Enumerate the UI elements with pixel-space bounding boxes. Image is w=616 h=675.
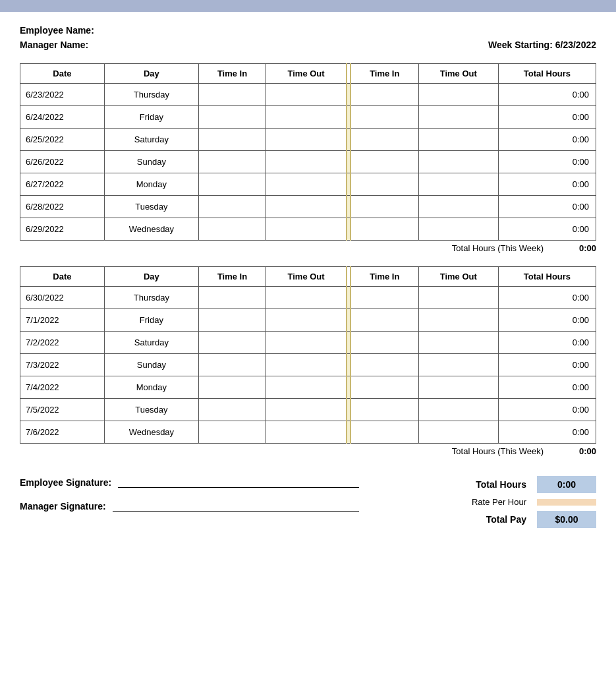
week1-timein1-1[interactable]: [198, 106, 266, 129]
week1-timein1-3[interactable]: [198, 151, 266, 173]
week1-timeout2-5[interactable]: [418, 196, 498, 218]
week1-timeout2-6[interactable]: [418, 218, 498, 241]
week1-timein2-6[interactable]: [350, 218, 418, 241]
week2-date-3: 7/3/2022: [20, 354, 105, 376]
week2-col-timein1: Time In: [198, 267, 266, 287]
manager-signature-line[interactable]: [113, 500, 359, 512]
week2-timeout2-4[interactable]: [418, 376, 498, 399]
week2-table: Date Day Time In Time Out Time In Time O…: [20, 266, 596, 444]
week1-timein2-5[interactable]: [350, 196, 418, 218]
week1-timeout1-1[interactable]: [266, 106, 347, 129]
week2-timeout1-2[interactable]: [266, 332, 347, 354]
week1-timein2-0[interactable]: [350, 84, 418, 106]
week2-timein2-1[interactable]: [350, 309, 418, 332]
week2-col-totalhours: Total Hours: [498, 267, 596, 287]
week2-timeout2-1[interactable]: [418, 309, 498, 332]
week1-timein1-2[interactable]: [198, 129, 266, 151]
week1-timeout1-3[interactable]: [266, 151, 347, 173]
week1-timeout2-0[interactable]: [418, 84, 498, 106]
top-bar: [0, 0, 616, 12]
week1-totalhours-4: 0:00: [498, 173, 596, 196]
week1-timeout1-0[interactable]: [266, 84, 347, 106]
week2-timeout1-5[interactable]: [266, 399, 347, 421]
week2-timein2-3[interactable]: [350, 354, 418, 376]
week2-row-5: 7/5/2022 Tuesday 0:00: [20, 399, 596, 421]
week2-timein1-1[interactable]: [198, 309, 266, 332]
week2-timeout1-6[interactable]: [266, 421, 347, 444]
week2-timeout2-3[interactable]: [418, 354, 498, 376]
week2-timeout1-3[interactable]: [266, 354, 347, 376]
week1-date-0: 6/23/2022: [20, 84, 105, 106]
week2-date-1: 7/1/2022: [20, 309, 105, 332]
week2-timein2-4[interactable]: [350, 376, 418, 399]
week2-timeout1-1[interactable]: [266, 309, 347, 332]
week1-total-row: Total Hours (This Week) 0:00: [20, 243, 596, 253]
week1-totalhours-0: 0:00: [498, 84, 596, 106]
week2-timein1-3[interactable]: [198, 354, 266, 376]
header-info: Employee Name: Manager Name: Week Starti…: [20, 25, 596, 50]
week-starting: Week Starting: 6/23/2022: [488, 40, 596, 50]
week1-timeout1-5[interactable]: [266, 196, 347, 218]
page-content: Employee Name: Manager Name: Week Starti…: [0, 12, 616, 552]
employee-signature-line[interactable]: [118, 476, 359, 488]
rate-per-hour-value[interactable]: [537, 499, 596, 506]
week1-timeout2-3[interactable]: [418, 151, 498, 173]
week1-timein2-1[interactable]: [350, 106, 418, 129]
week1-timein2-3[interactable]: [350, 151, 418, 173]
week1-day-6: Wednesday: [104, 218, 198, 241]
employee-signature-row: Employee Signature:: [20, 476, 359, 488]
week2-timeout1-0[interactable]: [266, 287, 347, 309]
week2-timein2-2[interactable]: [350, 332, 418, 354]
week2-date-4: 7/4/2022: [20, 376, 105, 399]
rate-per-hour-row: Rate Per Hour: [385, 497, 596, 507]
week1-timeout1-4[interactable]: [266, 173, 347, 196]
week2-timeout2-2[interactable]: [418, 332, 498, 354]
week1-timein1-6[interactable]: [198, 218, 266, 241]
week1-timein1-5[interactable]: [198, 196, 266, 218]
week2-timeout1-4[interactable]: [266, 376, 347, 399]
week2-timein1-5[interactable]: [198, 399, 266, 421]
week1-timeout2-1[interactable]: [418, 106, 498, 129]
week2-totalhours-4: 0:00: [498, 376, 596, 399]
week2-timein2-5[interactable]: [350, 399, 418, 421]
week2-timeout2-6[interactable]: [418, 421, 498, 444]
week2-timeout2-0[interactable]: [418, 287, 498, 309]
week1-header-row: Date Day Time In Time Out Time In Time O…: [20, 64, 596, 84]
week2-totalhours-6: 0:00: [498, 421, 596, 444]
week1-timeout2-2[interactable]: [418, 129, 498, 151]
week2-timein2-6[interactable]: [350, 421, 418, 444]
week1-timeout1-2[interactable]: [266, 129, 347, 151]
week1-timein2-4[interactable]: [350, 173, 418, 196]
week1-col-timeout2: Time Out: [418, 64, 498, 84]
week2-timein2-0[interactable]: [350, 287, 418, 309]
week1-totalhours-6: 0:00: [498, 218, 596, 241]
week1-date-3: 6/26/2022: [20, 151, 105, 173]
week1-timein1-4[interactable]: [198, 173, 266, 196]
week2-timein1-2[interactable]: [198, 332, 266, 354]
week1-total-value: 0:00: [557, 243, 596, 253]
total-pay-label: Total Pay: [441, 514, 526, 525]
week1-timeout2-4[interactable]: [418, 173, 498, 196]
week1-day-2: Saturday: [104, 129, 198, 151]
week2-totalhours-5: 0:00: [498, 399, 596, 421]
week2-day-0: Thursday: [104, 287, 198, 309]
week2-totalhours-2: 0:00: [498, 332, 596, 354]
week2-timeout2-5[interactable]: [418, 399, 498, 421]
week1-timein1-0[interactable]: [198, 84, 266, 106]
week1-row-5: 6/28/2022 Tuesday 0:00: [20, 196, 596, 218]
week2-total-label: Total Hours (This Week): [452, 446, 544, 456]
week1-section: Date Day Time In Time Out Time In Time O…: [20, 63, 596, 253]
week1-timein2-2[interactable]: [350, 129, 418, 151]
manager-name-label: Manager Name:: [20, 40, 88, 50]
week2-col-timeout2: Time Out: [418, 267, 498, 287]
week1-row-4: 6/27/2022 Monday 0:00: [20, 173, 596, 196]
week2-timein1-6[interactable]: [198, 421, 266, 444]
week2-col-date: Date: [20, 267, 105, 287]
week1-timeout1-6[interactable]: [266, 218, 347, 241]
week2-timein1-0[interactable]: [198, 287, 266, 309]
week1-totalhours-2: 0:00: [498, 129, 596, 151]
week2-row-0: 6/30/2022 Thursday 0:00: [20, 287, 596, 309]
week2-timein1-4[interactable]: [198, 376, 266, 399]
week2-total-value: 0:00: [557, 446, 596, 456]
week2-totalhours-3: 0:00: [498, 354, 596, 376]
